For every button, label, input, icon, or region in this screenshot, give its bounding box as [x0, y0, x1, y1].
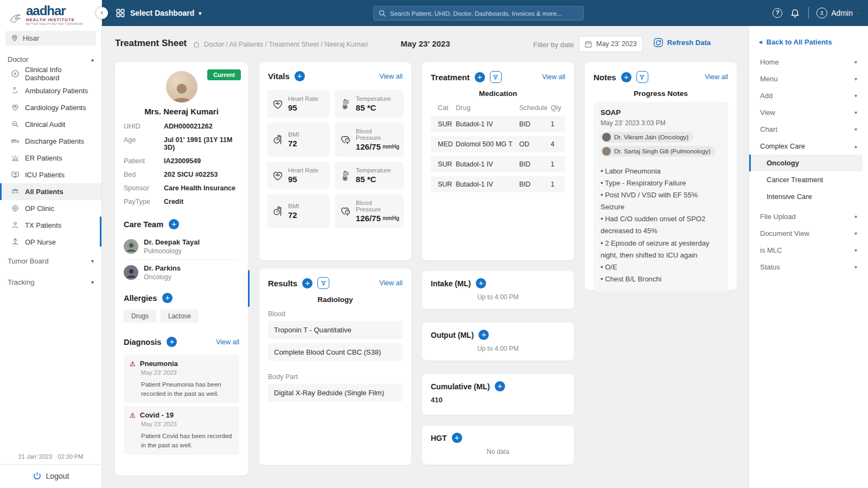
search-input[interactable]	[390, 10, 579, 17]
vital-tile-blood-pressure[interactable]: Blood Pressure126/75 mmHg	[335, 123, 404, 157]
help-icon[interactable]: ?	[773, 8, 782, 18]
location-selector[interactable]: Hisar	[5, 31, 96, 46]
sidebar-item-clinical-audit[interactable]: Clinical Audit	[0, 116, 101, 133]
sidebar-item-discharge-patients[interactable]: Discharge Patients	[0, 133, 101, 150]
medication-row[interactable]: SUR Butadol-1 IV BID 1	[431, 156, 565, 172]
panel-item-chart[interactable]: Chart▾	[749, 121, 868, 138]
sidebar-group-tracking[interactable]: Tracking ▾	[0, 272, 101, 293]
sidebar-item-op-clinic[interactable]: OP Clinic	[0, 200, 101, 217]
diagnosis-description: Patient Covid has been recorded in the p…	[141, 432, 233, 450]
result-item[interactable]: Troponin T - Quantitative	[268, 321, 403, 339]
status-badge: Current	[207, 69, 241, 80]
vital-label: Blood Pressure	[356, 200, 381, 213]
group-label: Tracking	[8, 278, 34, 286]
panel-child-intensive-care[interactable]: Intensive Care	[749, 188, 868, 205]
global-search[interactable]	[373, 6, 584, 21]
panel-item-is-mlc[interactable]: is MLC▾	[749, 242, 868, 259]
chevron-down-icon: ▾	[91, 279, 94, 285]
vital-label: BMI	[288, 203, 299, 209]
sidebar-item-er-patients[interactable]: ER Patients	[0, 150, 101, 166]
care-team-member[interactable]: Dr. Parkins Oncology	[115, 260, 248, 285]
diagnosis-name: Pneumonia	[140, 359, 178, 368]
sidebar-collapse-button[interactable]: ‹	[96, 7, 108, 19]
add-vital-button[interactable]	[295, 71, 305, 81]
vital-tile-temperature[interactable]: Temperature85 *C	[335, 90, 404, 118]
add-output-button[interactable]	[478, 330, 489, 340]
back-to-all-patients-link[interactable]: ◂ Back to All Patients	[749, 34, 868, 54]
panel-item-complex-care[interactable]: Complex Care▴	[749, 138, 868, 155]
add-treatment-button[interactable]	[475, 72, 485, 82]
panel-child-cancer-treatment[interactable]: Cancer Treatment	[749, 171, 868, 188]
panel-item-document-view[interactable]: Document View▾	[749, 225, 868, 242]
result-item[interactable]: Complete Blood Count CBC (S38)	[268, 343, 403, 361]
diagnosis-item[interactable]: ⚠ Covid - 19 May 23' 2023 Patient Covid …	[124, 406, 239, 454]
filter-results-button[interactable]	[317, 277, 329, 289]
add-cumulative-button[interactable]	[495, 381, 505, 391]
vital-tile-bmi[interactable]: BMI72	[267, 123, 330, 157]
sidebar-item-ambulatory-patients[interactable]: Ambulatory Patients	[0, 82, 101, 99]
medication-row[interactable]: SUR Butadol-1 IV BID 1	[431, 116, 565, 132]
add-diagnosis-button[interactable]	[167, 337, 177, 347]
notifications-bell-icon[interactable]	[790, 8, 801, 18]
logout-button[interactable]: Logout	[0, 464, 101, 488]
vital-tile-heart-rate[interactable]: Heart Rate95	[267, 90, 330, 118]
vital-tile-bmi[interactable]: BMI72	[267, 194, 330, 228]
vitals-view-all-link[interactable]: View all	[379, 73, 403, 80]
panel-item-menu[interactable]: Menu▾	[749, 70, 868, 87]
sidebar-item-all-patients[interactable]: All Patients	[0, 183, 101, 200]
add-hgt-button[interactable]	[452, 433, 462, 443]
panel-child-label: Cancer Treatment	[767, 176, 823, 184]
note-bullet: O/E	[601, 261, 721, 273]
care-team-member[interactable]: Dr. Deepak Tayal Pulmonology	[115, 234, 248, 259]
vital-value: 72	[288, 139, 299, 148]
vital-tile-heart-rate[interactable]: Heart Rate95	[267, 162, 330, 189]
panel-item-status[interactable]: Status▾	[749, 259, 868, 275]
sidebar-item-clinical-info-dashboard[interactable]: Clinical Info Dashboard	[0, 66, 101, 82]
user-label: Admin	[831, 9, 853, 17]
sidebar-scrollbar[interactable]	[100, 216, 101, 247]
panel-item-add[interactable]: Add▾	[749, 87, 868, 104]
panel-item-home[interactable]: Home▾	[749, 54, 868, 70]
logo-tagline: BETTER HEALTH BETTER TOMORROW	[26, 23, 83, 25]
panel-item-view[interactable]: View▾	[749, 104, 868, 121]
progress-note[interactable]: SOAP May 23' 2023 3:03 PM Dr. Vikram Jai…	[593, 102, 728, 292]
patient-field-uhid: UHID ADH000021262	[124, 123, 239, 130]
heart-rate-icon	[271, 98, 284, 111]
select-dashboard-menu[interactable]: Select Dashboard ▾	[115, 8, 201, 18]
vital-label: Heart Rate	[288, 95, 318, 102]
sidebar-item-cardiology-patients[interactable]: Cardiology Patients	[0, 99, 101, 116]
results-view-all-link[interactable]: View all	[379, 279, 403, 287]
diagnosis-view-all-link[interactable]: View all	[216, 338, 239, 346]
result-item[interactable]: Digital X-Ray Bedside (Single Film)	[268, 384, 403, 402]
patient-card-scrollbar[interactable]	[248, 270, 250, 307]
sidebar-item-icu-patients[interactable]: ICU Patients	[0, 166, 101, 183]
medication-row[interactable]: MED Dolomol 500 MG T OD 4	[431, 136, 565, 152]
refresh-data-button[interactable]: Refresh Data	[653, 37, 711, 48]
filter-treatment-button[interactable]	[490, 71, 502, 83]
diagnosis-item[interactable]: ⚠ Pneumonia May 23' 2023 Patient Pneumon…	[124, 355, 239, 403]
sidebar-item-op-nurse[interactable]: OP Nurse	[0, 234, 101, 251]
vital-tile-blood-pressure[interactable]: Blood Pressure126/75 mmHg	[335, 194, 404, 228]
panel-child-oncology[interactable]: Oncology	[749, 155, 863, 171]
vital-tile-temperature[interactable]: Temperature85 *C	[335, 162, 404, 189]
treatment-view-all-link[interactable]: View all	[542, 73, 565, 81]
panel-item-label: Complex Care	[760, 142, 805, 150]
add-allergy-button[interactable]	[162, 293, 173, 303]
patient-field-sponsor: Sponsor Care Health Insurance	[124, 184, 239, 192]
add-care-team-button[interactable]	[169, 219, 179, 229]
date-picker[interactable]: May 23' 2023	[579, 36, 643, 52]
notes-view-all-link[interactable]: View all	[705, 73, 728, 81]
filter-notes-button[interactable]	[636, 71, 648, 83]
add-intake-button[interactable]	[476, 278, 486, 288]
diagnosis-name: Covid - 19	[140, 411, 174, 419]
sidebar-section-doctor[interactable]: Doctor ▴	[0, 49, 101, 66]
sidebar-group-tumor-board[interactable]: Tumor Board ▾	[0, 251, 101, 272]
user-menu[interactable]: Admin ▾	[816, 8, 859, 18]
chevron-down-icon: ▾	[854, 247, 857, 253]
add-note-button[interactable]	[621, 72, 631, 82]
panel-item-file-upload[interactable]: File Upload▾	[749, 208, 868, 225]
patient-field-paytype: PayType Credit	[124, 198, 239, 206]
add-result-button[interactable]	[302, 278, 312, 288]
medication-row[interactable]: SUR Butadol-1 IV BID 1	[431, 176, 565, 192]
sidebar-item-tx-patients[interactable]: TX Patients	[0, 217, 101, 234]
